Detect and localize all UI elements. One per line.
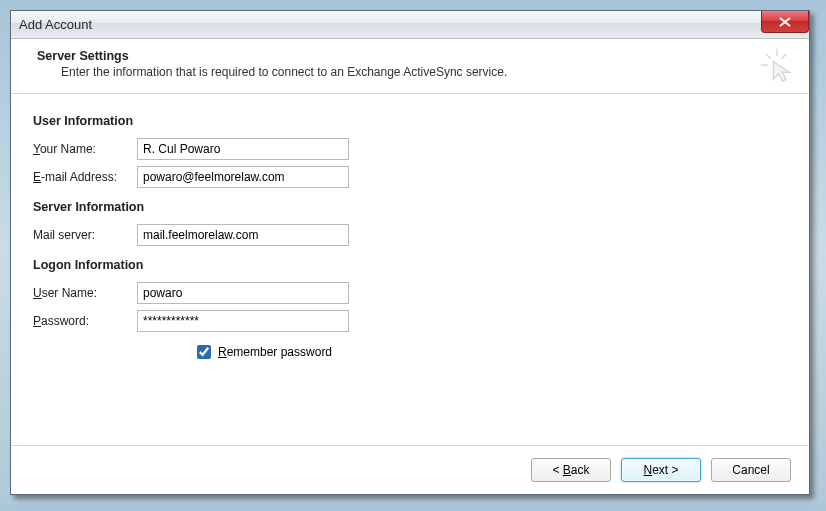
add-account-dialog: Add Account Server Settings Enter the in… <box>10 10 810 495</box>
remember-password-label: Remember password <box>218 345 332 359</box>
next-button[interactable]: Next > <box>621 458 701 482</box>
your-name-row: Your Name: <box>33 138 787 160</box>
email-row: E-mail Address: <box>33 166 787 188</box>
window-title: Add Account <box>19 17 92 32</box>
email-input[interactable] <box>137 166 349 188</box>
email-label: E-mail Address: <box>33 170 137 184</box>
button-bar: < Back Next > Cancel <box>11 445 809 494</box>
mail-server-input[interactable] <box>137 224 349 246</box>
title-bar: Add Account <box>11 11 809 39</box>
server-info-heading: Server Information <box>33 200 787 214</box>
password-label: Password: <box>33 314 137 328</box>
password-input[interactable] <box>137 310 349 332</box>
cursor-click-icon <box>759 47 795 83</box>
header-panel: Server Settings Enter the information th… <box>11 39 809 94</box>
mail-server-label: Mail server: <box>33 228 137 242</box>
user-name-row: User Name: <box>33 282 787 304</box>
header-subtitle: Enter the information that is required t… <box>61 65 791 79</box>
mail-server-row: Mail server: <box>33 224 787 246</box>
logon-info-heading: Logon Information <box>33 258 787 272</box>
dialog-content: Server Settings Enter the information th… <box>11 39 809 494</box>
user-name-input[interactable] <box>137 282 349 304</box>
svg-line-3 <box>766 54 771 59</box>
back-button[interactable]: < Back <box>531 458 611 482</box>
user-info-heading: User Information <box>33 114 787 128</box>
svg-line-2 <box>782 54 787 59</box>
cancel-button[interactable]: Cancel <box>711 458 791 482</box>
close-icon <box>779 17 791 27</box>
header-title: Server Settings <box>37 49 791 63</box>
close-button[interactable] <box>761 11 809 33</box>
remember-password-row: Remember password <box>193 342 787 362</box>
your-name-input[interactable] <box>137 138 349 160</box>
your-name-label: Your Name: <box>33 142 137 156</box>
user-name-label: User Name: <box>33 286 137 300</box>
form-area: User Information Your Name: E-mail Addre… <box>11 94 809 445</box>
password-row: Password: <box>33 310 787 332</box>
remember-password-checkbox[interactable] <box>197 345 211 359</box>
